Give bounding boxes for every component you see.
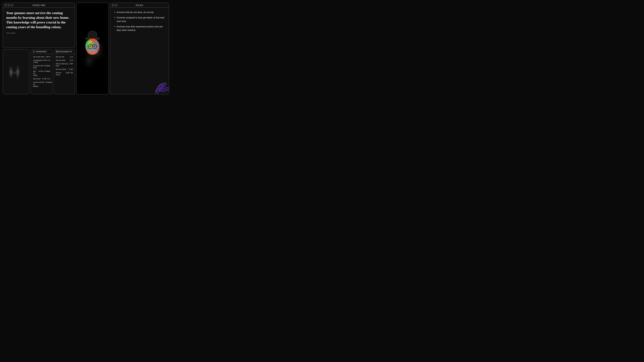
minimize-button[interactable]: −: [11, 4, 14, 6]
punishment-value-3: -1 XP: [68, 63, 73, 67]
punishment-label-2: Did not work: [56, 59, 66, 61]
rewards-title: REWARDS: [36, 50, 47, 53]
gnome-head-svg: $ $: [79, 26, 106, 71]
bottom-row: × REWARDS Ate some food +10 H Completed …: [3, 49, 75, 94]
stage-one-text: Your gnomes must survive the coming mont…: [6, 10, 72, 29]
rules-item-1: Gnomes that do not work, do not eat.: [116, 10, 165, 14]
punishments-header: + PUNISHMENTS: [54, 49, 75, 54]
punishment-row-5: Did not move -2 XP -1H: [56, 71, 73, 76]
reward-value-5: +1 XP -1 H: [42, 78, 50, 80]
rules-header: × + RULES: [110, 3, 169, 8]
rules-item-3: Gnomes lose their experience points (one…: [116, 25, 165, 32]
stage-one-header: × + − STAGE ONE: [3, 3, 75, 8]
reward-label-2: Completed a Task: [33, 59, 42, 63]
reward-label-6: Found an artifact: [33, 81, 38, 87]
punishment-row-4: Did not share -2 XP: [56, 67, 73, 71]
punishment-label-1: Did not eat: [56, 56, 64, 58]
reward-value-4: +1 XP +1 Fame: [38, 70, 50, 76]
reward-value-3: +2 XP +2 Fame: [38, 65, 50, 69]
rules-close-button[interactable]: ×: [112, 4, 114, 6]
reward-label-1: Ate some food: [33, 56, 44, 58]
reward-label-3: Found food!: [33, 65, 38, 69]
add-button[interactable]: +: [8, 4, 10, 6]
punishments-table: Did not eat -1 H Did not work -2 H Did n…: [54, 54, 75, 77]
punishment-value-4: -2 XP: [68, 68, 73, 70]
punishment-label-4: Did not share: [56, 68, 66, 70]
reward-row-3: Found food! +2 XP +2 Fame: [33, 64, 50, 70]
reward-row-4: Did not share +1 XP +1 Fame: [33, 70, 50, 77]
rules-title: RULES: [136, 4, 143, 6]
stage-one-card: × + − STAGE ONE Your gnomes must survive…: [3, 3, 75, 48]
svg-rect-34: [11, 71, 18, 74]
close-button[interactable]: ×: [4, 4, 7, 6]
punishments-add-button[interactable]: +: [56, 50, 58, 53]
gnome-symbol-card: [3, 49, 30, 94]
stage-one-body: Your gnomes must survive the coming mont…: [3, 8, 75, 36]
reward-row-1: Ate some food +10 H: [33, 55, 50, 59]
rules-item-2: Gnomes assigned to task get better at th…: [116, 16, 165, 23]
reward-value-2: +1 XP -1 H: [42, 59, 50, 63]
reward-row-5: Did move +1 XP -1 H: [33, 77, 50, 81]
reward-value-6: +10 XP + 5 Fame: [38, 81, 52, 87]
punishment-row-2: Did not work -2 H: [56, 59, 73, 62]
punishments-card: + PUNISHMENTS Did not eat -1 H Did not w…: [54, 49, 75, 94]
punishment-row-1: Did not eat -1 H: [56, 55, 73, 59]
punishment-label-3: Did not find any food: [56, 63, 68, 67]
reward-label-4: Did not share: [33, 70, 38, 76]
punishment-label-5: Did not move: [56, 72, 65, 76]
rules-body: Gnomes that do not work, do not eat. Gno…: [110, 8, 169, 94]
svg-text:$: $: [94, 46, 94, 48]
rules-card: × + RULES Gnomes that do not work, do no…: [110, 3, 169, 94]
punishment-row-3: Did not find any food -1 XP: [56, 62, 73, 67]
stage-one-title: STAGE ONE: [32, 4, 45, 6]
svg-point-4: [88, 31, 97, 39]
rewards-card: × REWARDS Ate some food +10 H Completed …: [31, 49, 52, 94]
svg-text:$: $: [90, 46, 90, 48]
reward-label-5: Did move: [33, 78, 40, 80]
stage-omen-label: THE OMEN: [6, 32, 72, 34]
reward-value-1: +10 H: [45, 56, 50, 58]
reward-row-6: Found an artifact +10 XP + 5 Fame: [33, 81, 50, 88]
rules-add-button[interactable]: +: [115, 4, 118, 6]
svg-point-19: [90, 46, 90, 46]
rewards-table: Ate some food +10 H Completed a Task +1 …: [31, 54, 52, 89]
punishment-value-1: -1 H: [70, 56, 73, 58]
reward-row-2: Completed a Task +1 XP -1 H: [33, 59, 50, 64]
rewards-close-button[interactable]: ×: [33, 50, 35, 53]
rules-list: Gnomes that do not work, do not eat. Gno…: [114, 10, 165, 32]
punishments-title: PUNISHMENTS: [56, 50, 72, 53]
gnome-symbol-svg: [6, 61, 26, 83]
svg-point-22: [87, 49, 98, 55]
punishment-value-5: -2 XP -1H: [65, 72, 73, 76]
gnome-head-card: $ $: [76, 3, 108, 94]
rewards-header: × REWARDS: [31, 49, 52, 54]
punishment-value-2: -2 H: [70, 59, 73, 61]
